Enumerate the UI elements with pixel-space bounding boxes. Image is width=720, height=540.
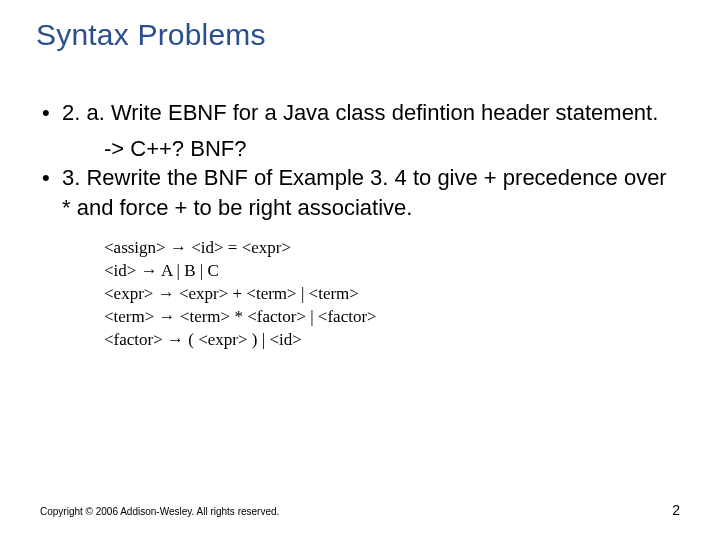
grammar-line-4: <term> → <term> * <factor> | <factor> — [104, 306, 680, 329]
copyright-text: Copyright © 2006 Addison-Wesley. All rig… — [40, 506, 279, 517]
grammar-line-1: <assign> → <id> = <expr> — [104, 237, 680, 260]
grammar-line-3: <expr> → <expr> + <term> | <term> — [104, 283, 680, 306]
page-number: 2 — [672, 502, 680, 518]
grammar-line-2: <id> → A | B | C — [104, 260, 680, 283]
divider-dots — [40, 64, 680, 70]
grammar-block: <assign> → <id> = <expr> <id> → A | B | … — [104, 237, 680, 352]
bullet-text-2: 3. Rewrite the BNF of Example 3. 4 to gi… — [62, 165, 667, 220]
grammar-line-5: <factor> → ( <expr> ) | <id> — [104, 329, 680, 352]
footer: Copyright © 2006 Addison-Wesley. All rig… — [40, 502, 680, 518]
bullet-list: 2. a. Write EBNF for a Java class defint… — [40, 98, 680, 128]
slide: Syntax Problems 2. a. Write EBNF for a J… — [0, 0, 720, 540]
slide-title: Syntax Problems — [36, 18, 680, 52]
bullet-list-2: 3. Rewrite the BNF of Example 3. 4 to gi… — [40, 163, 680, 222]
bullet-subtext-1: -> C++? BNF? — [104, 134, 680, 164]
bullet-item-2: 3. Rewrite the BNF of Example 3. 4 to gi… — [40, 163, 680, 222]
bullet-item-1: 2. a. Write EBNF for a Java class defint… — [40, 98, 680, 128]
bullet-text-1: 2. a. Write EBNF for a Java class defint… — [62, 100, 658, 125]
